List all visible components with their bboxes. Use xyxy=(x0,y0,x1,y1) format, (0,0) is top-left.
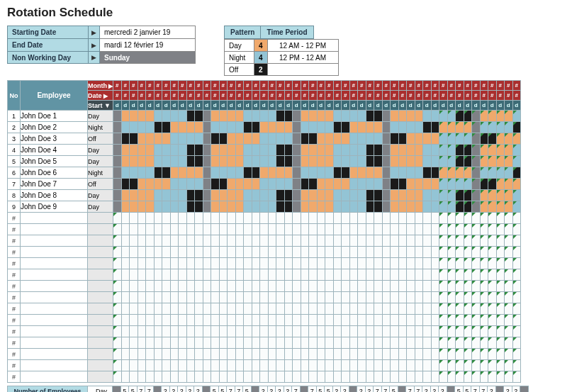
shift-cell[interactable] xyxy=(439,190,448,201)
shift-cell[interactable] xyxy=(301,133,309,145)
shift-cell-empty[interactable] xyxy=(309,224,318,235)
shift-cell-empty[interactable] xyxy=(235,337,244,349)
shift-cell[interactable] xyxy=(407,167,415,179)
shift-cell-empty[interactable] xyxy=(317,349,325,360)
shift-cell-empty[interactable] xyxy=(456,224,464,235)
shift-cell-empty[interactable] xyxy=(309,292,318,303)
shift-cell-empty[interactable] xyxy=(203,337,211,349)
shift-cell-empty[interactable] xyxy=(276,235,285,247)
shift-cell[interactable] xyxy=(374,111,383,122)
shift-cell-empty[interactable] xyxy=(505,281,513,292)
shift-cell-empty[interactable] xyxy=(325,281,334,292)
shift-cell-empty[interactable] xyxy=(252,349,260,360)
shift-cell-empty[interactable] xyxy=(146,360,155,371)
shift-cell[interactable] xyxy=(170,133,179,145)
shift-cell[interactable] xyxy=(203,122,211,133)
shift-cell-empty[interactable] xyxy=(244,326,252,337)
pattern-row-period[interactable]: 12 AM - 12 PM xyxy=(267,40,338,52)
shift-cell-empty[interactable] xyxy=(179,258,187,269)
shift-cell[interactable] xyxy=(219,122,228,133)
employee-name[interactable]: John Doe 2 xyxy=(21,122,88,133)
shift-cell[interactable] xyxy=(472,122,481,133)
shift-cell-empty[interactable] xyxy=(138,315,146,326)
shift-cell[interactable] xyxy=(317,201,325,213)
shift-cell-empty[interactable] xyxy=(407,315,415,326)
shift-cell-empty[interactable] xyxy=(366,371,374,383)
shift-cell[interactable] xyxy=(268,190,276,201)
shift-cell[interactable] xyxy=(203,156,211,167)
shift-cell-empty[interactable] xyxy=(342,337,350,349)
shift-cell-empty[interactable] xyxy=(456,247,464,258)
shift-cell[interactable] xyxy=(260,133,269,145)
shift-cell-empty[interactable] xyxy=(219,258,228,269)
shift-cell-empty[interactable] xyxy=(317,371,325,383)
shift-cell-empty[interactable] xyxy=(398,281,407,292)
shift-cell[interactable] xyxy=(325,201,334,213)
shift-cell[interactable] xyxy=(512,122,521,133)
shift-cell-empty[interactable] xyxy=(154,247,162,258)
shift-cell[interactable] xyxy=(333,122,342,133)
shift-cell[interactable] xyxy=(252,201,260,213)
shift-cell-empty[interactable] xyxy=(415,213,423,224)
pattern-row-count[interactable]: 2 xyxy=(254,64,268,76)
shift-cell[interactable] xyxy=(366,190,374,201)
shift-cell-empty[interactable] xyxy=(349,213,358,224)
employee-name[interactable]: John Doe 1 xyxy=(21,111,88,122)
shift-cell[interactable] xyxy=(415,133,423,145)
employee-start[interactable]: Day xyxy=(88,190,113,201)
shift-cell-empty[interactable] xyxy=(325,360,334,371)
shift-cell-empty[interactable] xyxy=(512,349,521,360)
shift-cell-empty[interactable] xyxy=(349,281,358,292)
shift-cell[interactable] xyxy=(456,201,464,213)
shift-cell-empty[interactable] xyxy=(186,349,195,360)
shift-cell-empty[interactable] xyxy=(284,213,293,224)
shift-cell-empty[interactable] xyxy=(186,269,195,281)
employee-start[interactable]: Day xyxy=(88,111,113,122)
shift-cell[interactable] xyxy=(391,156,399,167)
shift-cell-empty[interactable] xyxy=(211,371,220,383)
shift-cell-empty[interactable] xyxy=(179,337,187,349)
employee-name[interactable]: John Doe 8 xyxy=(21,190,88,201)
shift-cell-empty[interactable] xyxy=(244,213,252,224)
shift-cell-empty[interactable] xyxy=(415,349,423,360)
shift-cell-empty[interactable] xyxy=(407,371,415,383)
shift-cell-empty[interactable] xyxy=(423,281,432,292)
shift-cell-empty[interactable] xyxy=(260,224,269,235)
shift-cell-empty[interactable] xyxy=(244,292,252,303)
shift-cell[interactable] xyxy=(456,111,464,122)
shift-cell-empty[interactable] xyxy=(146,349,155,360)
employee-start-empty[interactable] xyxy=(88,315,113,326)
shift-cell-empty[interactable] xyxy=(512,269,521,281)
shift-cell-empty[interactable] xyxy=(235,247,244,258)
shift-cell-empty[interactable] xyxy=(415,292,423,303)
shift-cell-empty[interactable] xyxy=(439,371,448,383)
shift-cell-empty[interactable] xyxy=(113,269,122,281)
shift-cell[interactable] xyxy=(423,201,432,213)
shift-cell-empty[interactable] xyxy=(211,224,220,235)
shift-cell-empty[interactable] xyxy=(358,315,366,326)
shift-cell-empty[interactable] xyxy=(260,315,269,326)
shift-cell-empty[interactable] xyxy=(398,337,407,349)
shift-cell[interactable] xyxy=(130,145,138,156)
shift-cell-empty[interactable] xyxy=(439,292,448,303)
shift-cell[interactable] xyxy=(162,179,171,190)
shift-cell[interactable] xyxy=(349,122,358,133)
shift-cell-empty[interactable] xyxy=(179,247,187,258)
shift-cell[interactable] xyxy=(301,190,309,201)
shift-cell-empty[interactable] xyxy=(244,224,252,235)
shift-cell[interactable] xyxy=(228,122,236,133)
shift-cell[interactable] xyxy=(496,190,505,201)
shift-cell[interactable] xyxy=(284,201,293,213)
shift-cell[interactable] xyxy=(121,145,130,156)
shift-cell[interactable] xyxy=(439,156,448,167)
shift-cell-empty[interactable] xyxy=(293,371,301,383)
shift-cell-empty[interactable] xyxy=(301,292,309,303)
shift-cell[interactable] xyxy=(423,145,432,156)
shift-cell-empty[interactable] xyxy=(512,292,521,303)
shift-cell[interactable] xyxy=(415,111,423,122)
shift-cell-empty[interactable] xyxy=(374,349,383,360)
shift-cell-empty[interactable] xyxy=(398,224,407,235)
shift-cell-empty[interactable] xyxy=(301,213,309,224)
shift-cell-empty[interactable] xyxy=(391,315,399,326)
employee-start-empty[interactable] xyxy=(88,258,113,269)
